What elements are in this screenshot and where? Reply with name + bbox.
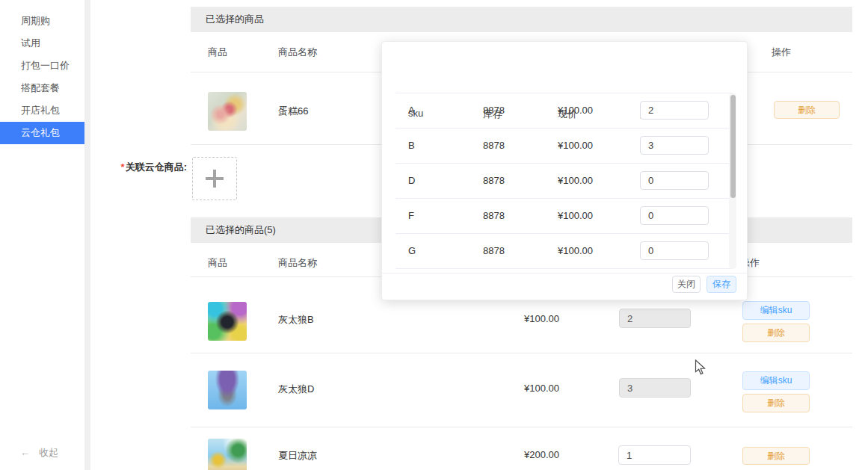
plus-icon xyxy=(206,170,224,188)
sku-quantity-input[interactable] xyxy=(640,171,709,190)
delete-button[interactable]: 删除 xyxy=(774,101,840,119)
divider xyxy=(382,273,747,273)
delete-button[interactable]: 删除 xyxy=(742,324,810,342)
left-arrow-icon: ← xyxy=(20,447,30,458)
delete-button[interactable]: 删除 xyxy=(742,394,810,412)
collapse-label: 收起 xyxy=(39,447,58,458)
sku-row: G 8878 ¥100.00 xyxy=(395,233,733,269)
sku-row: A 8878 ¥100.00 xyxy=(395,93,733,129)
sidebar-item-combo-package[interactable]: 搭配套餐 xyxy=(0,77,84,99)
product-name: 蛋糕66 xyxy=(278,105,308,118)
sidebar: 周期购 试用 打包一口价 搭配套餐 开店礼包 云仓礼包 xyxy=(0,0,84,470)
table2-header-product: 商品 xyxy=(208,256,227,270)
product-name: 灰太狼B xyxy=(278,313,314,327)
field-label-linked-cloud-products: *关联云仓商品: xyxy=(96,161,187,174)
product-price: ¥200.00 xyxy=(524,449,559,460)
sidebar-item-trial[interactable]: 试用 xyxy=(0,32,84,55)
price-cell: ¥100.00 xyxy=(558,128,593,163)
product-price: ¥100.00 xyxy=(524,383,559,394)
stock-cell: 8878 xyxy=(483,93,505,128)
field-label-text: 关联云仓商品: xyxy=(126,161,187,173)
required-asterisk: * xyxy=(121,161,125,173)
sku-cell: D xyxy=(408,163,415,198)
sidebar-item-shop-gift[interactable]: 开店礼包 xyxy=(0,99,84,122)
sidebar-item-cycle-buy[interactable]: 周期购 xyxy=(0,10,84,32)
stock-cell: 8878 xyxy=(483,198,505,233)
sku-row: D 8878 ¥100.00 xyxy=(395,163,733,199)
sku-cell: G xyxy=(408,233,416,268)
product-thumbnail-wolf-b xyxy=(208,302,247,341)
stock-cell: 8878 xyxy=(483,233,505,268)
table2-header-name: 商品名称 xyxy=(278,256,317,270)
edit-sku-button[interactable]: 编辑sku xyxy=(742,301,810,320)
table1-header-action: 操作 xyxy=(772,46,791,59)
sku-cell: F xyxy=(408,198,414,233)
quantity-input[interactable] xyxy=(618,445,691,465)
sku-row: F 8878 ¥100.00 xyxy=(395,198,733,234)
delete-button[interactable]: 删除 xyxy=(742,447,810,465)
table1-header-product: 商品 xyxy=(208,46,227,59)
add-product-button[interactable] xyxy=(192,157,237,200)
sidebar-divider xyxy=(84,0,90,470)
sku-quantity-input[interactable] xyxy=(640,101,709,120)
section-title-selected-products: 已选择的商品 xyxy=(191,7,852,32)
product-thumbnail-cake66 xyxy=(208,92,247,131)
table1-header-name: 商品名称 xyxy=(278,46,317,59)
divider xyxy=(191,353,852,353)
mouse-cursor-icon xyxy=(695,359,707,376)
save-button[interactable]: 保存 xyxy=(707,276,736,293)
sku-cell: A xyxy=(408,93,415,128)
sidebar-item-cloud-gift[interactable]: 云仓礼包 xyxy=(0,122,84,144)
price-cell: ¥100.00 xyxy=(558,93,593,128)
stock-cell: 8878 xyxy=(483,128,505,163)
sidebar-item-bundle-price[interactable]: 打包一口价 xyxy=(0,55,84,77)
stock-cell: 8878 xyxy=(483,163,505,198)
sidebar-menu: 周期购 试用 打包一口价 搭配套餐 开店礼包 云仓礼包 xyxy=(0,0,84,144)
close-button[interactable]: 关闭 xyxy=(672,276,701,293)
sku-quantity-input[interactable] xyxy=(640,241,709,260)
sku-quantity-input[interactable] xyxy=(640,206,709,225)
sku-cell: B xyxy=(408,128,415,163)
divider xyxy=(191,427,852,427)
product-thumbnail-summer-cool xyxy=(208,439,247,470)
sku-row: B 8878 ¥100.00 xyxy=(395,128,733,164)
sku-edit-dialog: sku 库存 现价 数量 A 8878 ¥100.00 B 8878 ¥100.… xyxy=(381,41,748,300)
quantity-input-disabled xyxy=(619,309,691,328)
product-thumbnail-wolf-d xyxy=(208,371,247,409)
price-cell: ¥100.00 xyxy=(558,198,593,233)
product-price: ¥100.00 xyxy=(524,313,559,324)
price-cell: ¥100.00 xyxy=(558,233,593,268)
edit-sku-button[interactable]: 编辑sku xyxy=(742,371,810,390)
product-name: 夏日凉凉 xyxy=(278,449,317,463)
cloud-warehouse-gift-page: 周期购 试用 打包一口价 搭配套餐 开店礼包 云仓礼包 ←收起 已选择的商品 商… xyxy=(0,0,868,470)
price-cell: ¥100.00 xyxy=(558,163,593,198)
scrollbar-thumb[interactable] xyxy=(730,95,736,198)
product-name: 灰太狼D xyxy=(278,383,314,396)
sku-quantity-input[interactable] xyxy=(640,136,709,155)
quantity-input-disabled xyxy=(619,378,691,398)
